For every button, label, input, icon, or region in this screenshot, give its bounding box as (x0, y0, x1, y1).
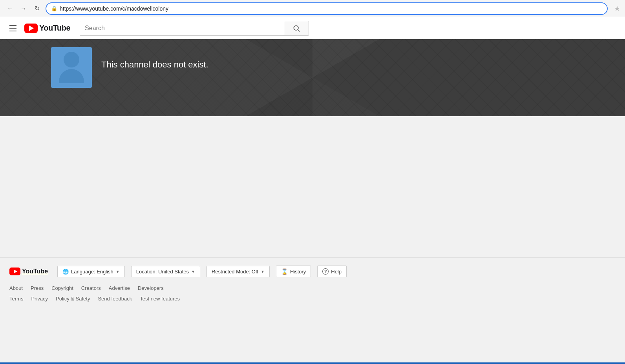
channel-error-message: This channel does not exist. (92, 47, 218, 82)
help-label: Help (331, 269, 342, 275)
language-chevron-icon: ▼ (116, 269, 120, 274)
bookmark-button[interactable]: ★ (614, 4, 620, 13)
forward-button[interactable]: → (18, 3, 29, 14)
footer-link-terms[interactable]: Terms (9, 296, 23, 302)
hamburger-menu-button[interactable] (6, 22, 20, 35)
footer-link-privacy[interactable]: Privacy (31, 296, 48, 302)
channel-banner: This channel does not exist. (0, 39, 625, 116)
location-button[interactable]: Location: United States ▼ (131, 266, 200, 277)
back-button[interactable]: ← (5, 3, 16, 14)
footer-link-test-features[interactable]: Test new features (140, 296, 180, 302)
footer-link-policy-safety[interactable]: Policy & Safety (56, 296, 90, 302)
avatar-body (59, 69, 84, 83)
footer-youtube-logo[interactable]: YouTube (9, 268, 48, 275)
footer-logo-text: YouTube (22, 268, 48, 275)
language-icon: 🌐 (62, 269, 69, 275)
search-icon (292, 24, 300, 32)
address-bar-wrapper: 🔒 (46, 2, 608, 15)
hamburger-line-3 (9, 31, 16, 31)
footer-link-creators[interactable]: Creators (81, 285, 101, 291)
hamburger-line-1 (9, 25, 16, 26)
restricted-mode-label: Restricted Mode: Off (212, 269, 258, 275)
language-button[interactable]: 🌐 Language: English ▼ (57, 266, 125, 277)
language-label: Language: English (71, 269, 113, 275)
search-container (80, 21, 309, 36)
help-circle-icon: ? (322, 268, 329, 275)
address-bar[interactable] (60, 5, 602, 12)
main-content (0, 116, 625, 257)
youtube-logo[interactable]: YouTube (24, 24, 70, 33)
avatar-figure (59, 52, 84, 83)
footer-link-about[interactable]: About (9, 285, 23, 291)
youtube-logo-icon (24, 24, 38, 33)
footer-link-developers[interactable]: Developers (138, 285, 164, 291)
location-label: Location: United States (136, 269, 189, 275)
browser-nav-buttons: ← → ↻ (5, 3, 42, 14)
footer-logo-icon (9, 268, 20, 275)
history-button[interactable]: ⌛ History (276, 266, 311, 277)
svg-line-1 (298, 29, 300, 31)
channel-avatar-wrapper (51, 47, 92, 88)
footer-link-advertise[interactable]: Advertise (109, 285, 130, 291)
svg-point-0 (294, 25, 298, 30)
youtube-header: YouTube (0, 17, 625, 39)
restricted-chevron-icon: ▼ (261, 269, 265, 274)
search-input[interactable] (80, 21, 284, 36)
footer-links-row2: Terms Privacy Policy & Safety Send feedb… (9, 296, 616, 309)
hamburger-line-2 (9, 28, 16, 29)
footer-links-row1: About Press Copyright Creators Advertise… (9, 285, 616, 296)
bottom-progress-bar (0, 362, 625, 364)
hourglass-icon: ⌛ (281, 268, 288, 275)
footer-link-send-feedback[interactable]: Send feedback (98, 296, 132, 302)
help-button[interactable]: ? Help (317, 266, 347, 277)
avatar-head (64, 52, 79, 67)
youtube-logo-text: YouTube (39, 24, 70, 33)
browser-chrome: ← → ↻ 🔒 ★ (0, 0, 625, 17)
footer-link-press[interactable]: Press (31, 285, 44, 291)
footer-top: YouTube 🌐 Language: English ▼ Location: … (9, 266, 616, 285)
search-button[interactable] (284, 21, 309, 36)
history-label: History (290, 269, 306, 275)
footer-link-copyright[interactable]: Copyright (51, 285, 73, 291)
restricted-mode-button[interactable]: Restricted Mode: Off ▼ (207, 266, 270, 277)
refresh-button[interactable]: ↻ (31, 3, 42, 14)
lock-icon: 🔒 (51, 5, 57, 11)
channel-avatar (51, 47, 92, 88)
location-chevron-icon: ▼ (191, 269, 195, 274)
youtube-footer: YouTube 🌐 Language: English ▼ Location: … (0, 257, 625, 309)
